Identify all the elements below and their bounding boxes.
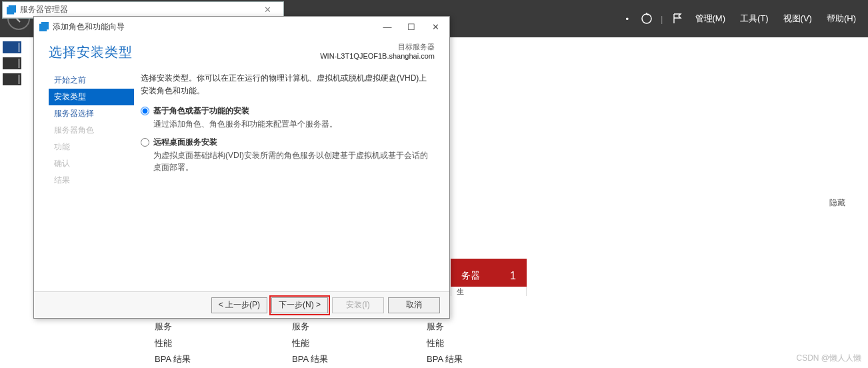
- window-controls: — ☐ ✕: [376, 19, 447, 34]
- dest-server-name: WIN-L3T1QJEOF1B.shanghai.com: [320, 51, 435, 61]
- wizard-title-text: 添加角色和功能向导: [53, 21, 125, 33]
- tile-column-c: 服务 性能 BPA 结果: [427, 319, 540, 368]
- option-desc: 通过添加角色、角色服务和功能来配置单个服务器。: [153, 118, 337, 130]
- install-button: 安装(I): [332, 297, 384, 313]
- col-row[interactable]: 性能: [155, 335, 268, 352]
- watermark: CSDN @懒人人懒: [796, 353, 861, 364]
- menu-tools[interactable]: 工具(T): [735, 13, 774, 25]
- flag-icon[interactable]: [669, 10, 686, 27]
- radio-remote-desktop[interactable]: [141, 138, 149, 147]
- refresh-icon[interactable]: [638, 10, 655, 27]
- nav-icon-all[interactable]: [3, 73, 21, 85]
- option-remote-desktop[interactable]: 远程桌面服务安装 为虚拟桌面基础结构(VDI)安装所需的角色服务以创建基于虚拟机…: [141, 137, 435, 173]
- destination-server: 目标服务器 WIN-L3T1QJEOF1B.shanghai.com: [320, 42, 435, 61]
- close-button[interactable]: ✕: [424, 19, 447, 34]
- top-bar-right: • | 管理(M) 工具(T) 视图(V) 帮助(H): [621, 0, 861, 37]
- step-installation-type[interactable]: 安装类型: [49, 89, 134, 105]
- wizard-body: 开始之前 安装类型 服务器选择 服务器角色 功能 确认 结果 选择安装类型。你可…: [34, 71, 449, 296]
- col-row[interactable]: 服务: [155, 319, 268, 335]
- step-results: 结果: [49, 172, 134, 189]
- col-row[interactable]: 性能: [427, 335, 540, 352]
- tile-column-a: 服务 性能 BPA 结果: [155, 319, 268, 368]
- next-button[interactable]: 下一步(N) >: [271, 297, 328, 313]
- wizard-icon: [39, 22, 49, 31]
- wizard-header: 选择安装类型 目标服务器 WIN-L3T1QJEOF1B.shanghai.co…: [34, 37, 449, 71]
- option-desc: 为虚拟桌面基础结构(VDI)安装所需的角色服务以创建基于虚拟机或基于会话的桌面部…: [153, 149, 435, 173]
- wizard-heading: 选择安装类型: [49, 43, 133, 61]
- tile-column-b: 服务 性能 BPA 结果: [292, 319, 405, 368]
- option-label: 基于角色或基于功能的安装: [153, 105, 337, 117]
- dest-label: 目标服务器: [320, 42, 435, 51]
- server-manager-icon: [7, 5, 16, 15]
- col-row[interactable]: 服务: [292, 319, 405, 335]
- maximize-button[interactable]: ☐: [400, 19, 423, 34]
- tile-count: 1: [510, 270, 516, 282]
- col-row[interactable]: BPA 结果: [427, 351, 540, 368]
- option-label: 远程桌面服务安装: [153, 137, 435, 148]
- nav-icon-local[interactable]: [3, 57, 21, 69]
- parent-close-icon[interactable]: ✕: [254, 4, 281, 16]
- col-row[interactable]: BPA 结果: [155, 351, 268, 368]
- nav-icon-dashboard[interactable]: [3, 41, 21, 53]
- bullet: •: [621, 14, 635, 24]
- left-nav-strip: [0, 37, 24, 89]
- intro-text: 选择安装类型。你可以在正在运行的物理计算机、虚拟机或脱机虚拟硬盘(VHD)上安装…: [141, 72, 435, 97]
- tile-label: 务器: [461, 270, 480, 282]
- step-server-selection[interactable]: 服务器选择: [49, 105, 134, 122]
- menu-view[interactable]: 视图(V): [778, 13, 817, 25]
- col-row[interactable]: 服务: [427, 319, 540, 335]
- wizard-footer: < 上一步(P) 下一步(N) > 安装(I) 取消: [34, 291, 449, 318]
- step-confirmation: 确认: [49, 155, 134, 172]
- wizard-content: 选择安装类型。你可以在正在运行的物理计算机、虚拟机或脱机虚拟硬盘(VHD)上安装…: [134, 71, 449, 296]
- menu-manage[interactable]: 管理(M): [690, 13, 731, 25]
- col-row[interactable]: BPA 结果: [292, 351, 405, 368]
- step-server-roles: 服务器角色: [49, 122, 134, 139]
- menu-help[interactable]: 帮助(H): [821, 13, 861, 25]
- col-row[interactable]: 性能: [292, 335, 405, 352]
- step-before-you-begin[interactable]: 开始之前: [49, 72, 134, 89]
- step-features: 功能: [49, 139, 134, 155]
- tile-stub: 生: [451, 287, 527, 296]
- cancel-button[interactable]: 取消: [388, 297, 440, 313]
- minimize-button[interactable]: —: [376, 19, 399, 34]
- previous-button[interactable]: < 上一步(P): [211, 297, 267, 313]
- separator: |: [659, 14, 664, 24]
- hide-link[interactable]: 隐藏: [829, 197, 845, 209]
- add-roles-wizard: 添加角色和功能向导 — ☐ ✕ 选择安装类型 目标服务器 WIN-L3T1QJE…: [33, 16, 450, 319]
- option-role-based[interactable]: 基于角色或基于功能的安装 通过添加角色、角色服务和功能来配置单个服务器。: [141, 105, 435, 130]
- parent-title-text: 服务器管理器: [20, 4, 68, 15]
- svg-point-0: [642, 14, 651, 23]
- wizard-steps: 开始之前 安装类型 服务器选择 服务器角色 功能 确认 结果: [34, 71, 134, 296]
- radio-role-based[interactable]: [141, 107, 149, 115]
